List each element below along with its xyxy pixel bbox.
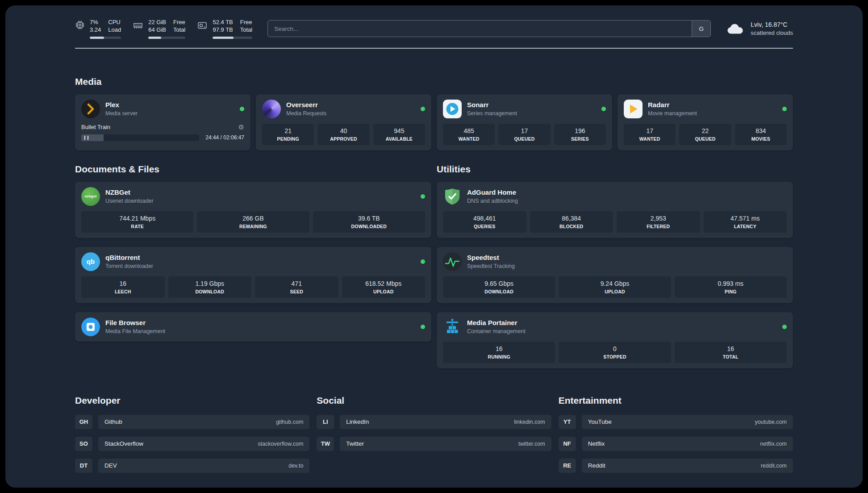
radarr-icon <box>624 100 643 118</box>
plex-titles: Plex Media server <box>105 101 138 117</box>
link-abbr: DT <box>75 459 92 473</box>
memory-values: 22 GiB 64 GiB <box>148 19 166 34</box>
stat-label: TOTAL <box>676 354 785 359</box>
stat-label: FILTERED <box>618 224 698 229</box>
link-netflix[interactable]: NF Netflix netflix.com <box>559 437 793 451</box>
sonarr-header: Sonarr Series management <box>443 100 606 118</box>
link-tile: StackOverflow stackoverflow.com <box>98 437 309 451</box>
gear-icon[interactable]: ⚙ <box>238 124 244 130</box>
stat-download: 9.65 Gbps DOWNLOAD <box>443 276 555 298</box>
stat-label: QUEUED <box>500 136 548 142</box>
stat-leech: 16 LEECH <box>81 276 165 298</box>
speedtest-stats: 9.65 Gbps DOWNLOAD 9.24 Gbps UPLOAD 0.99… <box>443 271 787 298</box>
dashboard: 7% 3.24 CPU Load <box>5 5 863 488</box>
stat-remaining: 266 GB REMAINING <box>197 211 309 233</box>
memory-icon <box>133 20 143 31</box>
link-reddit[interactable]: RE Reddit reddit.com <box>559 459 793 473</box>
stat-series: 196 SERIES <box>554 124 606 145</box>
memory-total: 64 GiB <box>148 26 166 34</box>
plex-header: Plex Media server <box>81 100 244 118</box>
link-tile: Twitter twitter.com <box>340 437 551 451</box>
stat-value: 39.6 TB <box>315 215 423 222</box>
weather-text: Lviv, 16.87°C scattered clouds <box>751 21 793 37</box>
qbittorrent-card[interactable]: qb qBittorrent Torrent downloader 16 LEE… <box>75 247 431 303</box>
sonarr-card[interactable]: Sonarr Series management 485 WANTED 17 Q… <box>437 94 612 150</box>
stat-upload: 618.52 Mbps UPLOAD <box>342 276 426 298</box>
stat-label: QUEUED <box>681 136 729 142</box>
status-dot <box>782 107 787 111</box>
stat-value: 0 <box>560 345 669 352</box>
link-name: Twitter <box>346 440 364 447</box>
nzbget-icon-text: nzbget <box>85 194 97 198</box>
link-linkedin[interactable]: LI LinkedIn linkedin.com <box>317 415 551 429</box>
link-tile: Reddit reddit.com <box>582 459 793 473</box>
utilities-section-title: Utilities <box>437 164 793 175</box>
app-name: Sonarr <box>467 101 517 109</box>
utilities-column: Utilities AdGuard Home DNS and adblockin… <box>437 164 793 368</box>
stat-value: 22 <box>681 127 729 134</box>
stat-label: UPLOAD <box>560 289 669 294</box>
adguard-header: AdGuard Home DNS and adblocking <box>443 187 787 206</box>
portainer-stats: 16 RUNNING 0 STOPPED 16 TOTAL <box>443 336 787 363</box>
portainer-titles: Media Portainer Container management <box>467 319 526 334</box>
app-name: Plex <box>105 101 138 109</box>
stat-label: REMAINING <box>199 224 307 229</box>
cpu-percent: 7% <box>90 19 101 26</box>
filebrowser-header: File Browser Media File Management <box>81 318 425 336</box>
stat-rate: 744.21 Mbps RATE <box>81 211 193 233</box>
search-engine-button[interactable]: G <box>692 21 710 37</box>
social-section-title: Social <box>317 395 551 406</box>
stat-label: DOWNLOADED <box>315 224 423 229</box>
stat-value: 2,953 <box>618 215 698 222</box>
link-youtube[interactable]: YT YouTube youtube.com <box>559 415 793 429</box>
section-links: Developer GH Github github.com SO StackO… <box>75 395 793 488</box>
stat-value: 1.19 Gbps <box>170 280 250 287</box>
app-subtitle: Series management <box>467 110 517 117</box>
section-media: Media Plex Media server <box>75 76 793 150</box>
portainer-card[interactable]: Media Portainer Container management 16 … <box>437 312 793 368</box>
link-abbr: TW <box>317 437 334 451</box>
plex-card[interactable]: Plex Media server Bullet Train ⚙ <box>75 94 250 150</box>
link-github[interactable]: GH Github github.com <box>75 415 309 429</box>
nzbget-icon: nzbget <box>81 187 100 206</box>
radarr-header: Radarr Movie management <box>624 100 787 118</box>
nzbget-card[interactable]: nzbget NZBGet Usenet downloader 744.21 M… <box>75 182 431 238</box>
stat-wanted: 485 WANTED <box>443 124 495 145</box>
sonarr-icon <box>443 100 462 118</box>
cpu-usage-bar <box>90 37 121 39</box>
link-twitter[interactable]: TW Twitter twitter.com <box>317 437 551 451</box>
app-subtitle: Media Requests <box>286 110 326 117</box>
adguard-icon <box>443 187 462 206</box>
app-name: NZBGet <box>105 188 154 196</box>
nzbget-titles: NZBGet Usenet downloader <box>105 188 154 204</box>
status-dot <box>782 325 787 329</box>
app-subtitle: Speedtest Tracking <box>467 263 515 269</box>
media-grid: Plex Media server Bullet Train ⚙ <box>75 94 793 150</box>
app-subtitle: DNS and adblocking <box>467 198 518 204</box>
link-url: stackoverflow.com <box>258 441 303 447</box>
stat-value: 945 <box>375 127 423 134</box>
storage-labels: Free Total <box>240 19 252 34</box>
stat-label: QUERIES <box>445 224 525 229</box>
overseerr-stats: 21 PENDING 40 APPROVED 945 AVAILABLE <box>262 118 425 145</box>
stat-label: AVAILABLE <box>375 136 423 142</box>
cpu-label-bottom: Load <box>108 26 121 34</box>
speedtest-card[interactable]: Speedtest Speedtest Tracking 9.65 Gbps D… <box>437 247 793 303</box>
nzbget-header: nzbget NZBGet Usenet downloader <box>81 187 425 206</box>
adguard-card[interactable]: AdGuard Home DNS and adblocking 498,461 … <box>437 182 793 238</box>
overseerr-card[interactable]: Overseerr Media Requests 21 PENDING 40 A… <box>256 94 431 150</box>
filebrowser-card[interactable]: File Browser Media File Management <box>75 312 431 342</box>
search-input[interactable] <box>268 21 692 37</box>
app-name: Media Portainer <box>467 319 526 327</box>
link-tile: Netflix netflix.com <box>582 437 793 451</box>
link-url: dev.to <box>288 463 303 469</box>
stat-available: 945 AVAILABLE <box>373 124 425 145</box>
stat-label: DOWNLOAD <box>445 289 553 294</box>
app-name: File Browser <box>105 319 165 327</box>
link-stackoverflow[interactable]: SO StackOverflow stackoverflow.com <box>75 437 309 451</box>
link-url: youtube.com <box>755 419 787 425</box>
link-dev[interactable]: DT DEV dev.to <box>75 459 309 473</box>
now-playing-title: Bullet Train <box>81 124 110 130</box>
radarr-card[interactable]: Radarr Movie management 17 WANTED 22 QUE… <box>618 94 793 150</box>
stat-download: 1.19 Gbps DOWNLOAD <box>168 276 252 298</box>
